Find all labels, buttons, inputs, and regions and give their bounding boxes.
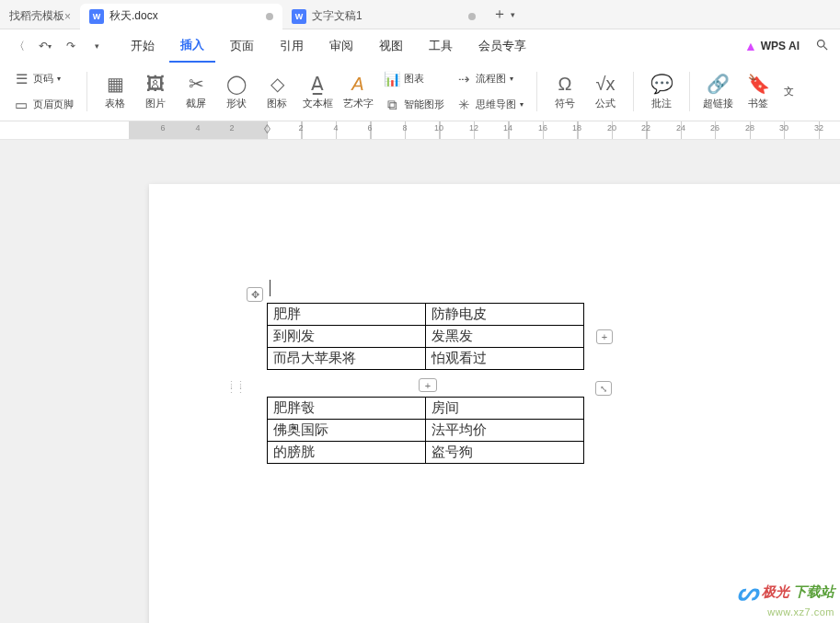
indent-marker-icon[interactable]: ◊ — [264, 121, 270, 136]
table-row[interactable]: 佛奥国际 法平均价 — [268, 420, 584, 442]
symbol-button[interactable]: Ω 符号 — [547, 67, 583, 117]
flowchart-button[interactable]: ⇢ 流程图 ▾ — [452, 68, 527, 90]
menu-member[interactable]: 会员专享 — [467, 29, 537, 63]
header-footer-button[interactable]: ▭ 页眉页脚 — [9, 94, 77, 116]
table-cell[interactable]: 怕观看过 — [426, 348, 584, 370]
comment-icon: 💬 — [650, 73, 673, 95]
symbol-icon: Ω — [558, 73, 572, 95]
table-resize-handle[interactable]: ⤡ — [595, 381, 612, 396]
tab-label: 秋天.docx — [109, 8, 158, 24]
label: 智能图形 — [404, 98, 444, 111]
wordart-button[interactable]: A 艺术字 — [339, 67, 376, 117]
picture-button[interactable]: 🖼 图片 — [137, 67, 174, 117]
redo-button[interactable]: ↷ — [59, 35, 83, 57]
menu-bar: 〈 ↶▾ ↷ ▾ 开始 插入 页面 引用 审阅 视图 工具 会员专享 ▲ WPS… — [0, 29, 840, 63]
table-cell[interactable]: 盗号狗 — [426, 442, 584, 464]
table-cell[interactable]: 法平均价 — [426, 420, 584, 442]
table-cell[interactable]: 肥胖 — [268, 304, 426, 326]
chevron-left-icon: 〈 — [14, 39, 25, 54]
document-page[interactable]: ✥ 肥胖 防静电皮 到刚发 发黑发 而昂大苹果将 怕观看过 + + ⤡ ⋮⋮⋮⋮ — [149, 184, 840, 623]
table-row[interactable]: 而昂大苹果将 怕观看过 — [268, 348, 584, 370]
table-cell[interactable]: 佛奥国际 — [268, 420, 426, 442]
menu-view[interactable]: 视图 — [368, 29, 414, 63]
icon-button[interactable]: ◇ 图标 — [259, 67, 295, 117]
textbox-button[interactable]: A̲ 文本框 — [299, 67, 336, 117]
chevron-down-icon: ▾ — [520, 100, 524, 109]
hyperlink-button[interactable]: 🔗 超链接 — [699, 67, 736, 117]
smartart-button[interactable]: ⧉ 智能图形 — [380, 94, 448, 116]
table-cell[interactable]: 发黑发 — [426, 326, 584, 348]
search-icon — [815, 38, 829, 54]
table-add-column-handle[interactable]: + — [596, 329, 613, 344]
modified-dot-icon — [266, 13, 273, 20]
menu-review[interactable]: 审阅 — [318, 29, 364, 63]
menu-page[interactable]: 页面 — [219, 29, 265, 63]
horizontal-ruler[interactable]: ◊ 6 4 2 2 4 6 8 10 12 14 16 18 20 22 24 … — [129, 121, 840, 140]
table-cell[interactable]: 防静电皮 — [426, 304, 584, 326]
menu-tools[interactable]: 工具 — [418, 29, 464, 63]
table-row[interactable]: 肥胖 防静电皮 — [268, 304, 584, 326]
table-row[interactable]: 到刚发 发黑发 — [268, 326, 584, 348]
table-cell[interactable]: 到刚发 — [268, 326, 426, 348]
undo-icon: ↶ — [39, 40, 48, 52]
menu-references[interactable]: 引用 — [269, 29, 315, 63]
more-button[interactable]: 文 — [780, 67, 797, 117]
table-cell[interactable]: 而昂大苹果将 — [268, 348, 426, 370]
undo-button[interactable]: ↶▾ — [33, 35, 57, 57]
table-button[interactable]: ▦ 表格 — [97, 67, 133, 117]
wps-ai-label: WPS AI — [761, 40, 800, 52]
move-icon: ✥ — [251, 289, 259, 301]
table-row[interactable]: 的膀胱 盗号狗 — [268, 442, 584, 464]
tab-label: 找稻壳模板 — [9, 8, 64, 24]
table-cell[interactable]: 的膀胱 — [268, 442, 426, 464]
resize-icon: ⤡ — [600, 384, 607, 394]
quick-access-toolbar: 〈 ↶▾ ↷ ▾ — [7, 35, 116, 57]
bookmark-button[interactable]: 🔖 书签 — [740, 67, 777, 117]
table-cell[interactable]: 肥胖彀 — [268, 398, 426, 420]
header-footer-icon: ▭ — [13, 97, 29, 113]
modified-dot-icon — [468, 13, 476, 20]
close-icon[interactable]: × — [64, 10, 71, 23]
tab-bar: 找稻壳模板 × W 秋天.docx W 文字文稿1 ＋ ▾ — [0, 0, 840, 29]
comment-button[interactable]: 💬 批注 — [643, 67, 680, 117]
redo-icon: ↷ — [66, 40, 75, 52]
table-add-row-handle[interactable]: + — [419, 378, 437, 392]
icons-icon: ◇ — [270, 73, 284, 95]
svg-line-1 — [823, 46, 827, 50]
document-table-2[interactable]: 肥胖彀 房间 佛奥国际 法平均价 的膀胱 盗号狗 — [267, 397, 584, 464]
menu-home[interactable]: 开始 — [120, 29, 166, 63]
word-icon: W — [292, 9, 306, 24]
new-tab-button[interactable]: ＋ ▾ — [485, 5, 523, 24]
table-move-handle[interactable]: ✥ — [247, 287, 263, 302]
table-icon: ▦ — [107, 73, 124, 95]
qat-more-button[interactable]: ▾ — [85, 35, 109, 57]
back-button[interactable]: 〈 — [7, 35, 31, 57]
mindmap-button[interactable]: ✳ 思维导图 ▾ — [452, 94, 527, 116]
chart-button[interactable]: 📊 图表 — [380, 68, 448, 90]
page-number-button[interactable]: ☰ 页码 ▾ — [9, 68, 77, 90]
table-row[interactable]: 肥胖彀 房间 — [268, 398, 584, 420]
label: 页眉页脚 — [33, 98, 74, 111]
mindmap-icon: ✳ — [455, 97, 472, 113]
table-cell[interactable]: 房间 — [426, 398, 584, 420]
flowchart-icon: ⇢ — [455, 71, 472, 87]
shape-button[interactable]: ◯ 形状 — [218, 67, 255, 117]
document-area[interactable]: ✥ 肥胖 防静电皮 到刚发 发黑发 而昂大苹果将 怕观看过 + + ⤡ ⋮⋮⋮⋮ — [0, 140, 840, 623]
label: 图表 — [404, 72, 424, 86]
menu-insert[interactable]: 插入 — [169, 29, 215, 63]
screenshot-button[interactable]: ✂ 截屏 — [178, 67, 214, 117]
screenshot-icon: ✂ — [189, 73, 204, 95]
link-icon: 🔗 — [707, 73, 730, 95]
search-button[interactable] — [811, 38, 833, 54]
tab-file-2[interactable]: W 文字文稿1 — [282, 4, 485, 29]
plus-icon: ＋ — [492, 5, 507, 24]
ribbon-insert: ☰ 页码 ▾ ▭ 页眉页脚 ▦ 表格 🖼 图片 ✂ 截屏 ◯ 形状 — [0, 63, 840, 121]
wps-ai-button[interactable]: ▲ WPS AI — [737, 39, 807, 53]
tab-templates[interactable]: 找稻壳模板 × — [0, 4, 80, 29]
drag-handle-icon[interactable]: ⋮⋮⋮⋮ — [226, 383, 245, 392]
tab-file-1[interactable]: W 秋天.docx — [80, 4, 282, 29]
tab-label: 文字文稿1 — [312, 8, 362, 24]
formula-button[interactable]: √x 公式 — [587, 67, 624, 117]
chevron-down-icon: ▾ — [511, 10, 515, 19]
document-table-1[interactable]: 肥胖 防静电皮 到刚发 发黑发 而昂大苹果将 怕观看过 — [267, 303, 584, 370]
